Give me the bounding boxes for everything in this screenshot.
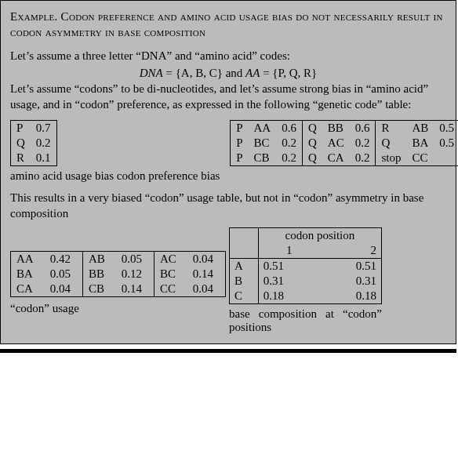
table-row: AA0.42 AB0.05 AC0.04 bbox=[11, 252, 226, 267]
table-row: PAA0.6 QBB0.6 RAB0.5 bbox=[231, 121, 458, 136]
col-2: 2 bbox=[320, 243, 382, 259]
aa-cell: Q bbox=[11, 136, 31, 151]
val-cell: 0.7 bbox=[31, 121, 56, 136]
eqn-aa-lhs: AA bbox=[245, 67, 260, 79]
paragraph-2: Let’s assume “codons” to be di-nucleotid… bbox=[10, 82, 446, 112]
eqn-aa-set: = {P, Q, R} bbox=[260, 67, 317, 79]
table-row: codon position bbox=[230, 228, 382, 244]
example-box: Example. Codon preference and amino acid… bbox=[0, 0, 456, 344]
captions-row-1: amino acid usage bias codon preference b… bbox=[10, 169, 446, 183]
table-row: CA0.04 CB0.14 CC0.04 bbox=[11, 282, 226, 297]
aa-bias-table: P0.7 Q0.2 R0.1 bbox=[10, 120, 57, 166]
val-cell: 0.18 bbox=[258, 289, 320, 304]
val-cell: 0.18 bbox=[320, 289, 382, 304]
val-cell: 0.2 bbox=[31, 136, 56, 151]
aa-cell: R bbox=[11, 151, 31, 166]
tables-row-2: AA0.42 AB0.05 AC0.04 BA0.05 BB0.12 BC0.1… bbox=[10, 227, 446, 334]
codon-pref-caption: codon preference bias bbox=[117, 169, 220, 182]
paragraph-1: Let’s assume a three letter “DNA” and “a… bbox=[10, 49, 446, 64]
eqn-dna-lhs: DNA bbox=[140, 67, 163, 79]
table-row: B 0.31 0.31 bbox=[230, 274, 382, 289]
table-row: A 0.51 0.51 bbox=[230, 259, 382, 274]
eqn-and: and bbox=[223, 67, 245, 79]
table-row: R0.1 bbox=[11, 151, 57, 166]
col-1: 1 bbox=[258, 243, 320, 259]
table-row: BA0.05 BB0.12 BC0.14 bbox=[11, 267, 226, 282]
base-label: B bbox=[230, 274, 259, 289]
bottom-rule bbox=[0, 349, 456, 353]
table-row: C 0.18 0.18 bbox=[230, 289, 382, 304]
aa-bias-caption: amino acid usage bias bbox=[10, 169, 114, 182]
val-cell: 0.51 bbox=[258, 259, 320, 274]
table-row: PCB0.2 QCA0.2 stopCC bbox=[231, 151, 458, 166]
val-cell: 0.31 bbox=[258, 274, 320, 289]
table-row: P0.7 bbox=[11, 121, 57, 136]
val-cell: 0.1 bbox=[31, 151, 56, 166]
aa-cell: P bbox=[11, 121, 31, 136]
table-row: Q0.2 bbox=[11, 136, 57, 151]
table-row: PBC0.2 QAC0.2 QBA0.5 bbox=[231, 136, 458, 151]
eqn-dna-set: = {A, B, C} bbox=[163, 67, 223, 79]
codon-usage-caption: “codon” usage bbox=[10, 302, 226, 315]
base-composition-caption: base composition at “codon” positions bbox=[229, 307, 382, 334]
codon-position-header: codon position bbox=[258, 228, 381, 244]
example-title: Example. Codon preference and amino acid… bbox=[10, 9, 446, 41]
base-label: A bbox=[230, 259, 259, 274]
tables-row-1: P0.7 Q0.2 R0.1 PAA0.6 QBB0.6 RAB0.5 PBC0… bbox=[10, 120, 446, 166]
table-row: 1 2 bbox=[230, 243, 382, 259]
val-cell: 0.31 bbox=[320, 274, 382, 289]
codon-pref-table: PAA0.6 QBB0.6 RAB0.5 PBC0.2 QAC0.2 QBA0.… bbox=[230, 120, 458, 166]
equation-dna-aa: DNA = {A, B, C} and AA = {P, Q, R} bbox=[10, 67, 446, 80]
base-label: C bbox=[230, 289, 259, 304]
paragraph-3: This results in a very biased “codon” us… bbox=[10, 191, 446, 221]
val-cell: 0.51 bbox=[320, 259, 382, 274]
base-composition-table: codon position 1 2 A 0.51 0.51 B 0.31 0.… bbox=[229, 227, 382, 304]
codon-usage-table: AA0.42 AB0.05 AC0.04 BA0.05 BB0.12 BC0.1… bbox=[10, 251, 226, 297]
